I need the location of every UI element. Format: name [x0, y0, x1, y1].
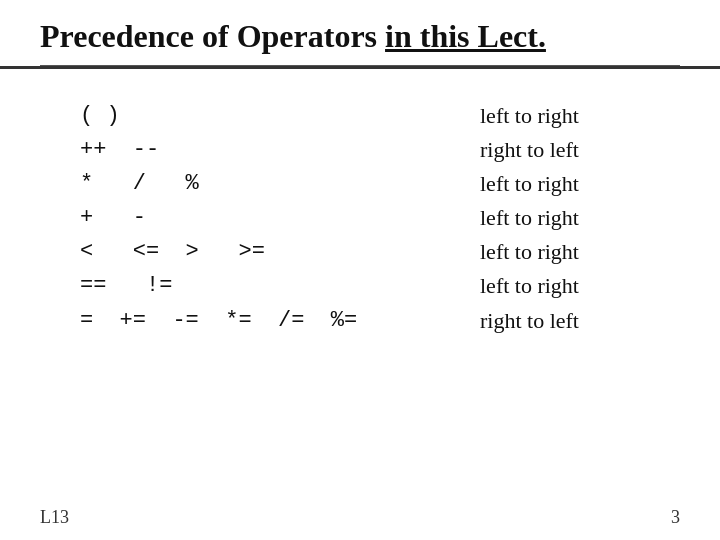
footer: L13 3 [0, 507, 720, 528]
operators-column: ( )++ --* / %+ -< <= > >=== !== += -= *=… [80, 99, 480, 338]
table-row: == != [80, 269, 480, 303]
table-row: = += -= *= /= %= [80, 304, 480, 338]
direction-cell: left to right [480, 269, 680, 303]
title-area: Precedence of Operators in this Lect. [0, 0, 720, 69]
footer-page: 3 [671, 507, 680, 528]
direction-cell: left to right [480, 167, 680, 201]
title-text: Precedence of Operators [40, 18, 385, 54]
direction-cell: right to left [480, 133, 680, 167]
table-row: < <= > >= [80, 235, 480, 269]
title-divider [40, 65, 680, 66]
table-row: ( ) [80, 99, 480, 133]
slide: Precedence of Operators in this Lect. ( … [0, 0, 720, 540]
footer-label: L13 [40, 507, 69, 528]
direction-cell: left to right [480, 99, 680, 133]
table-row: + - [80, 201, 480, 235]
slide-title: Precedence of Operators in this Lect. [40, 18, 680, 55]
direction-cell: left to right [480, 235, 680, 269]
direction-column: left to rightright to leftleft to rightl… [480, 99, 680, 338]
content-area: ( )++ --* / %+ -< <= > >=== !== += -= *=… [0, 69, 720, 338]
table-row: ++ -- [80, 133, 480, 167]
title-underlined: in this Lect. [385, 18, 546, 54]
direction-cell: right to left [480, 304, 680, 338]
table-row: * / % [80, 167, 480, 201]
direction-cell: left to right [480, 201, 680, 235]
